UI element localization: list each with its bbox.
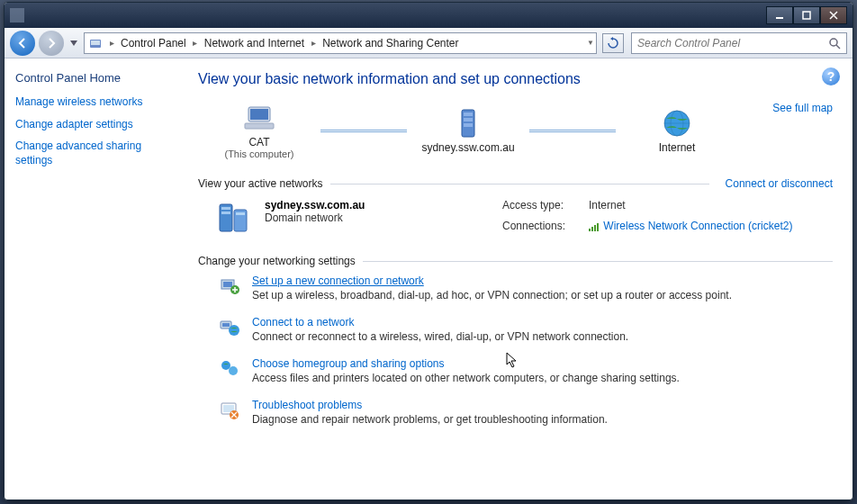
search-icon <box>828 37 841 50</box>
task-desc: Diagnose and repair network problems, or… <box>252 413 608 426</box>
task-homegroup: Choose homegroup and sharing options Acc… <box>198 350 833 392</box>
content-area: Control Panel Home Manage wireless netwo… <box>5 58 852 500</box>
active-networks-heading: View your active networks Connect or dis… <box>198 177 833 190</box>
access-type-value: Internet <box>589 199 792 216</box>
homegroup-icon <box>218 357 241 381</box>
refresh-button[interactable] <box>602 33 624 53</box>
main-panel: ? View your basic network information an… <box>189 58 852 500</box>
breadcrumb-item[interactable]: Network and Internet <box>201 37 308 50</box>
app-icon <box>10 8 24 22</box>
task-setup-connection: Set up a new connection or network Set u… <box>198 267 833 309</box>
svg-rect-21 <box>221 207 230 210</box>
svg-rect-9 <box>250 109 268 120</box>
task-link-connect[interactable]: Connect to a network <box>252 316 628 328</box>
change-settings-heading: Change your networking settings <box>198 255 833 267</box>
sidebar-link-adapter[interactable]: Change adapter settings <box>15 118 178 132</box>
breadcrumb-arrow[interactable]: ▸ <box>106 38 117 48</box>
sidebar-link-wireless[interactable]: Manage wireless networks <box>15 95 178 110</box>
svg-rect-28 <box>222 323 230 327</box>
svg-point-30 <box>221 361 230 370</box>
connection-link[interactable]: Wireless Network Connection (cricket2) <box>589 220 792 237</box>
connections-label: Connections: <box>502 220 583 237</box>
svg-point-31 <box>229 366 238 375</box>
map-sublabel: (This computer) <box>198 148 320 159</box>
breadcrumb-arrow[interactable]: ▸ <box>308 38 319 48</box>
control-panel-icon <box>86 34 104 52</box>
breadcrumb-arrow[interactable]: ▸ <box>190 38 201 48</box>
svg-rect-5 <box>91 40 100 45</box>
network-type: Domain network <box>265 212 365 224</box>
map-node-computer[interactable]: CAT (This computer) <box>198 102 320 159</box>
map-connector <box>529 130 616 132</box>
map-label: Internet <box>616 141 738 154</box>
svg-point-29 <box>229 325 239 336</box>
server-icon <box>450 107 486 140</box>
svg-rect-22 <box>221 212 230 214</box>
maximize-button[interactable] <box>793 6 820 24</box>
map-node-internet[interactable]: Internet <box>616 107 738 154</box>
task-desc: Connect or reconnect to a wireless, wire… <box>252 330 628 343</box>
computer-icon <box>241 102 277 134</box>
setup-connection-icon <box>218 274 241 298</box>
access-type-label: Access type: <box>502 199 583 216</box>
map-label: CAT <box>198 136 320 148</box>
address-bar[interactable]: ▸ Control Panel ▸ Network and Internet ▸… <box>84 32 597 54</box>
close-button[interactable] <box>820 6 847 24</box>
sidebar: Control Panel Home Manage wireless netwo… <box>5 58 189 500</box>
network-name: sydney.ssw.com.au <box>265 199 365 212</box>
svg-point-6 <box>830 39 837 46</box>
help-button[interactable]: ? <box>822 68 840 86</box>
back-button[interactable] <box>10 31 35 56</box>
navbar: ▸ Control Panel ▸ Network and Internet ▸… <box>5 28 852 58</box>
window: ▸ Control Panel ▸ Network and Internet ▸… <box>4 2 853 500</box>
address-dropdown[interactable]: ▼ <box>585 39 596 47</box>
task-desc: Access files and printers located on oth… <box>252 372 680 384</box>
task-link-setup[interactable]: Set up a new connection or network <box>252 274 732 287</box>
svg-rect-25 <box>223 282 232 287</box>
minimize-button[interactable] <box>766 6 793 24</box>
svg-rect-12 <box>464 112 473 116</box>
wifi-signal-icon <box>589 222 599 231</box>
network-map: See full map CAT (This computer) <box>198 102 833 165</box>
svg-rect-1 <box>803 12 810 19</box>
search-input[interactable] <box>637 37 828 50</box>
map-node-network[interactable]: sydney.ssw.com.au <box>407 107 529 154</box>
sidebar-title: Control Panel Home <box>15 71 178 85</box>
titlebar[interactable] <box>5 3 852 28</box>
breadcrumb-item[interactable]: Network and Sharing Center <box>319 37 462 50</box>
svg-rect-13 <box>464 118 473 122</box>
breadcrumb-item[interactable]: Control Panel <box>117 37 190 50</box>
history-dropdown[interactable] <box>68 32 80 54</box>
sidebar-link-advanced[interactable]: Change advanced sharing settings <box>15 140 178 167</box>
page-title: View your basic network information and … <box>198 71 833 87</box>
map-connector <box>320 130 407 132</box>
forward-button[interactable] <box>39 31 64 56</box>
svg-line-7 <box>836 45 840 49</box>
svg-rect-14 <box>464 123 473 127</box>
task-link-homegroup[interactable]: Choose homegroup and sharing options <box>252 357 680 370</box>
troubleshoot-icon <box>218 399 241 422</box>
connect-disconnect-link[interactable]: Connect or disconnect <box>726 177 833 190</box>
domain-network-icon <box>214 199 252 237</box>
task-connect-network: Connect to a network Connect or reconnec… <box>198 309 833 350</box>
connect-network-icon <box>218 316 241 339</box>
see-full-map-link[interactable]: See full map <box>772 102 833 114</box>
task-troubleshoot: Troubleshoot problems Diagnose and repai… <box>198 392 833 433</box>
svg-rect-10 <box>245 123 274 129</box>
globe-icon <box>659 107 695 140</box>
task-link-troubleshoot[interactable]: Troubleshoot problems <box>252 399 608 411</box>
window-controls <box>766 6 847 24</box>
active-network-row: sydney.ssw.com.au Domain network Access … <box>198 190 833 242</box>
svg-rect-23 <box>236 212 245 215</box>
task-desc: Set up a wireless, broadband, dial-up, a… <box>252 289 732 302</box>
map-label: sydney.ssw.com.au <box>407 141 529 154</box>
search-box[interactable] <box>631 32 847 54</box>
